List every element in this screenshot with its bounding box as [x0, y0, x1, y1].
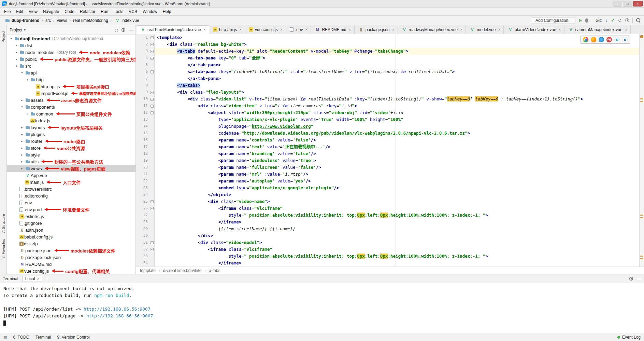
tree-row-http[interactable]: ▾http	[7, 76, 135, 83]
chevron-down-icon[interactable]: ▾	[9, 37, 13, 40]
tree-row-src[interactable]: ▾src	[7, 63, 135, 69]
git-rollback-icon[interactable]: ↺	[618, 18, 622, 23]
tree-row-vue-config-js[interactable]: JSvue.config.jsconfig配置、代理相关	[7, 268, 135, 274]
code-line-33[interactable]: 33 style=" position:absolute;visibility:…	[136, 253, 639, 260]
git-update-icon[interactable]: ↓	[605, 18, 608, 23]
code-line-6[interactable]: 6− <a-tab-pane :key="(index+1).toString(…	[136, 68, 639, 75]
tree-row-env-prod[interactable]: .env.prod环境变量文件	[7, 206, 135, 213]
tool-button-structure[interactable]: 7: Structure	[1, 214, 5, 233]
fold-minus-icon[interactable]: −	[151, 57, 154, 60]
tree-row-router[interactable]: ▸routerrouter路由	[7, 138, 135, 145]
chevron-down-icon[interactable]: ▾	[14, 64, 19, 68]
fold-gutter[interactable]: −	[149, 96, 155, 103]
search-icon[interactable]	[636, 18, 641, 23]
fold-gutter[interactable]: −	[149, 198, 155, 205]
fold-minus-icon[interactable]: −	[151, 98, 154, 101]
browser-edge-icon[interactable]: e	[622, 37, 628, 42]
code-line-17[interactable]: 17 <param name='text' value='正在加载视频中...'…	[136, 144, 639, 150]
tree-row-http-api-js[interactable]: JShttp-api.js项目相关api接口	[7, 83, 135, 90]
fold-minus-icon[interactable]: −	[151, 111, 154, 114]
code-line-11[interactable]: 11− <div class="video-item" v-for="i in …	[136, 103, 639, 109]
tab-close-icon[interactable]: ×	[460, 27, 462, 32]
tab-close-icon[interactable]: ×	[625, 27, 627, 32]
stripe-mark[interactable]	[640, 215, 643, 216]
breadcrumb-item-views[interactable]: views	[56, 18, 68, 23]
browser-opera-icon[interactable]: O	[606, 37, 612, 42]
code-line-3[interactable]: 3− <a-tabs default-active-key="1" slot="…	[136, 48, 639, 55]
menu-item-tools[interactable]: Tools	[111, 8, 126, 15]
code-line-23[interactable]: 23 <embed type="application/x-google-vlc…	[136, 185, 639, 191]
editor-tab-realtimemonitoring-index-vue[interactable]: VrealTimeMonitoring\index.vue×	[137, 25, 209, 34]
fold-gutter[interactable]: −	[149, 55, 155, 62]
fold-minus-icon[interactable]: −	[151, 91, 154, 94]
fold-gutter[interactable]: −	[149, 205, 155, 212]
tree-row-assets[interactable]: ▸assetsassets静态资源文件	[7, 97, 135, 104]
code-line-8[interactable]: 8 </a-tabs>	[136, 82, 639, 89]
code-line-18[interactable]: 18 <param name='branding' value='false'/…	[136, 150, 639, 157]
status-6-todo[interactable]: 6: TODO	[13, 335, 29, 340]
menu-item-run[interactable]: Run	[98, 8, 111, 15]
chevron-down-icon[interactable]: ▾	[20, 71, 24, 74]
editor-code-area[interactable]: Oee 1−<template>2− <div class="realTime …	[136, 34, 639, 267]
hide-panel-icon[interactable]: —	[637, 276, 641, 281]
event-log-label[interactable]: Event Log	[622, 335, 641, 340]
code-line-9[interactable]: 9− <div class="flex-layouts">	[136, 89, 639, 96]
code-line-25[interactable]: 25− <div class="video-name">	[136, 198, 639, 205]
tab-close-icon[interactable]: ×	[349, 27, 351, 32]
chevron-right-icon[interactable]: ▸	[20, 146, 24, 150]
code-line-30[interactable]: 30 </div>	[136, 232, 639, 239]
editor-breadcrumb-template[interactable]: template	[139, 268, 156, 273]
code-line-15[interactable]: 15 codebase="http://downloads.videolan.o…	[136, 130, 639, 137]
tree-row-editorconfig[interactable]: .editorconfig	[7, 192, 135, 199]
menu-item-help[interactable]: Help	[160, 8, 174, 15]
tree-row-env[interactable]: .env	[7, 199, 135, 206]
code-line-31[interactable]: 31− <div class="video-model">	[136, 239, 639, 246]
inspection-status-icon[interactable]	[640, 35, 643, 38]
git-commit-icon[interactable]: ✓	[611, 18, 615, 23]
code-line-20[interactable]: 20 <param name='fullscreen' value='false…	[136, 164, 639, 171]
tab-close-icon[interactable]: ×	[280, 27, 283, 32]
tree-row-common[interactable]: ▸common页面公共组件文件	[7, 110, 135, 117]
editor-breadcrumb-a-tabs[interactable]: a-tabs	[208, 268, 221, 273]
editor-tab-readme-md[interactable]: MREADME.md×	[311, 25, 354, 34]
fold-minus-icon[interactable]: −	[151, 105, 154, 108]
tree-row-browserslistrc[interactable]: .browserslistrc	[7, 186, 135, 192]
chevron-right-icon[interactable]: ▸	[14, 57, 19, 61]
chevron-right-icon[interactable]: ▸	[20, 133, 24, 136]
stripe-mark[interactable]	[640, 258, 643, 259]
chevron-right-icon[interactable]: ▸	[20, 153, 24, 156]
tree-row-utils[interactable]: ▸utils封装的一些公共函数方法	[7, 158, 135, 165]
tree-row-components[interactable]: ▾components	[7, 104, 135, 110]
chevron-right-icon[interactable]: ▸	[20, 167, 24, 170]
tab-close-icon[interactable]: ×	[392, 27, 395, 32]
tree-row-style[interactable]: ▸style	[7, 151, 135, 158]
code-line-29[interactable]: 29 {{item.streetName}} {{i.name}}	[136, 226, 639, 232]
code-line-7[interactable]: 7 </a-tab-pane>	[136, 75, 639, 82]
fold-gutter[interactable]: −	[149, 109, 155, 116]
terminal-output[interactable]: Note that the development build is not o…	[0, 283, 644, 333]
tool-window-switcher-icon[interactable]: ▦	[3, 335, 7, 339]
maximize-button[interactable]: □	[623, 1, 632, 6]
browser-ie-icon[interactable]: e	[614, 37, 620, 42]
chevron-right-icon[interactable]: ▸	[25, 112, 30, 115]
code-line-13[interactable]: 13 type='application/x-vlc-plugin' event…	[136, 116, 639, 123]
chevron-right-icon[interactable]: ▸	[14, 51, 19, 54]
status-terminal[interactable]: Terminal	[35, 335, 51, 340]
status-9-version-control[interactable]: 9: Version Control	[57, 335, 89, 340]
tab-close-icon[interactable]: ×	[239, 27, 242, 32]
stripe-mark[interactable]	[640, 98, 643, 99]
project-panel-title[interactable]: Project	[10, 28, 22, 32]
fold-minus-icon[interactable]: −	[151, 36, 154, 39]
minimize-button[interactable]: —	[613, 1, 622, 6]
fold-gutter[interactable]: −	[149, 34, 155, 41]
tree-row-package-lock-json[interactable]: {}package-lock.json	[7, 254, 135, 261]
menu-item-vcs[interactable]: VCS	[126, 8, 140, 15]
locate-file-icon[interactable]: ◎	[115, 28, 118, 32]
terminal-link[interactable]: http://192.168.66.56:9007	[86, 313, 153, 318]
chevron-down-icon[interactable]: ▾	[24, 28, 26, 32]
editor-tab-package-json[interactable]: {}package.json×	[355, 25, 398, 34]
tree-row-gitignore[interactable]: .gitignore	[7, 220, 135, 227]
debug-icon[interactable]	[585, 18, 588, 23]
tree-row-layouts[interactable]: ▸layoutslayouts全局布局相关	[7, 124, 135, 131]
gear-icon[interactable]	[629, 277, 633, 281]
